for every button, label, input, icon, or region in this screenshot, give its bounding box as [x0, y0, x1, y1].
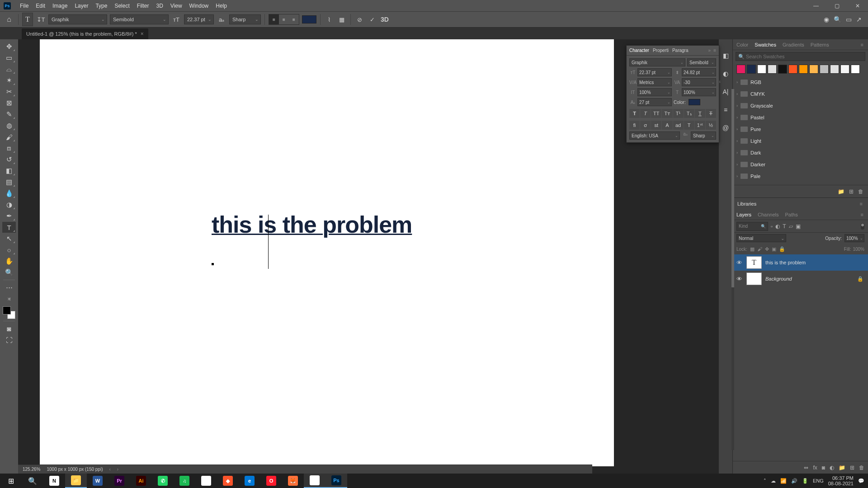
canvas-text-layer[interactable]: this is the problem	[212, 211, 412, 238]
filter-type-icon[interactable]: T	[783, 223, 786, 230]
stamp-tool[interactable]: ⧈	[2, 143, 16, 154]
layer-name[interactable]: Background	[765, 276, 792, 282]
color-panel-icon[interactable]: ◧	[723, 52, 729, 59]
discretionary-button[interactable]: st	[651, 121, 661, 130]
quick-select-tool[interactable]: ✶	[2, 75, 16, 86]
blend-mode-select[interactable]: Normal	[736, 234, 786, 242]
panel-menu-icon[interactable]: ≡	[713, 48, 716, 53]
paragraph-panel-icon[interactable]: ≡	[724, 106, 727, 113]
lock-position-icon[interactable]: ✥	[765, 246, 769, 252]
char-font-family[interactable]: Graphik	[629, 58, 685, 66]
home-button[interactable]: ⌂	[4, 14, 14, 25]
warp-text-button[interactable]: ⌇	[324, 14, 334, 24]
char-anti-alias[interactable]: Sharp	[691, 131, 716, 140]
character-panel-icon[interactable]: A|	[723, 88, 729, 95]
layer-name[interactable]: this is the problem	[765, 260, 806, 265]
share-icon[interactable]: ↗	[856, 16, 862, 23]
char-hscale[interactable]: 100%	[682, 88, 716, 96]
swatch-chip[interactable]	[840, 65, 849, 74]
character-panel[interactable]: Character Properti Paragra »≡ Graphik Se…	[626, 45, 719, 143]
quick-mask-button[interactable]: ◙	[2, 323, 16, 334]
hand-tool[interactable]: ✋	[2, 256, 16, 267]
move-tool[interactable]: ✥	[2, 41, 16, 52]
fill-field[interactable]: 100%	[853, 247, 864, 252]
font-size-select[interactable]: 22.37 pt	[184, 14, 214, 24]
swatch-chip[interactable]	[820, 65, 829, 74]
marquee-tool[interactable]: ▭	[2, 52, 16, 63]
status-next-icon[interactable]: ›	[117, 467, 118, 472]
active-tool-indicator[interactable]: T	[22, 13, 33, 26]
swatch-chip[interactable]	[747, 65, 756, 74]
window-close-button[interactable]: ✕	[847, 0, 868, 11]
layer-fx-icon[interactable]: fx	[813, 465, 817, 471]
path-select-tool[interactable]: ↖	[2, 233, 16, 244]
window-maximize-button[interactable]: ▢	[826, 0, 847, 11]
contextual-alt-button[interactable]: σ	[640, 121, 651, 130]
swatch-folder[interactable]: ›Pale	[733, 170, 868, 182]
tab-patterns[interactable]: Patterns	[811, 42, 829, 47]
ordinals-button[interactable]: 1ˢᵗ	[695, 121, 705, 130]
taskbar-app-firefox[interactable]: 🦊	[282, 474, 304, 488]
taskbar-app-illustrator[interactable]: Ai	[130, 474, 152, 488]
menu-layer[interactable]: Layer	[71, 3, 92, 9]
menu-3d[interactable]: 3D	[152, 3, 166, 9]
layer-filter-kind[interactable]: Kind	[736, 222, 768, 231]
taskbar-app-brave[interactable]: ◆	[217, 474, 239, 488]
align-right-button[interactable]: ≡	[289, 14, 299, 24]
tab-paragraph[interactable]: Paragra	[672, 48, 689, 53]
tab-color[interactable]: Color	[736, 42, 748, 47]
tab-properties[interactable]: Properti	[653, 48, 669, 53]
taskbar-app-photoshop[interactable]: Ps	[326, 474, 347, 488]
vertical-scrollbar[interactable]	[731, 89, 734, 450]
taskbar-app-opera[interactable]: O	[260, 474, 282, 488]
tray-chevron-up-icon[interactable]: ˄	[764, 478, 766, 484]
screen-mode-button[interactable]: ⛶	[2, 334, 16, 345]
faux-italic-button[interactable]: T	[640, 109, 651, 118]
brush-tool[interactable]: 🖌	[2, 131, 16, 142]
layers-panel-menu[interactable]: ≡	[861, 212, 864, 217]
char-font-style[interactable]: Semibold	[687, 58, 716, 66]
tab-gradients[interactable]: Gradients	[783, 42, 804, 47]
swatch-new-icon[interactable]: ⊞	[849, 188, 854, 195]
frame-tool[interactable]: ⊠	[2, 98, 16, 108]
swash-button[interactable]: A	[662, 121, 672, 130]
lock-image-icon[interactable]: 🖌	[757, 246, 762, 252]
char-tracking[interactable]: -30	[682, 78, 716, 86]
lasso-tool[interactable]: ⌓	[2, 64, 16, 75]
taskbar-app-edge[interactable]: e	[239, 474, 260, 488]
tab-character[interactable]: Character	[629, 48, 649, 53]
character-panel-toggle[interactable]: ▦	[337, 14, 347, 24]
eraser-tool[interactable]: ◧	[2, 165, 16, 176]
taskbar-app-spotify[interactable]: ♫	[174, 474, 195, 488]
gradient-tool[interactable]: ▤	[2, 177, 16, 188]
swatch-chip[interactable]	[809, 65, 818, 74]
small-caps-button[interactable]: Tᴛ	[662, 109, 672, 118]
blur-tool[interactable]: 💧	[2, 188, 16, 199]
opacity-field[interactable]: 100%	[844, 234, 864, 242]
filter-toggle[interactable]	[861, 223, 864, 230]
tab-swatches[interactable]: Swatches	[755, 42, 776, 47]
layer-group-icon[interactable]: 📁	[839, 465, 845, 471]
pen-tool[interactable]: ✒	[2, 211, 16, 221]
healing-tool[interactable]: ◍	[2, 120, 16, 131]
menu-select[interactable]: Select	[111, 3, 133, 9]
history-brush-tool[interactable]: ↺	[2, 154, 16, 165]
text-color-swatch[interactable]	[302, 15, 316, 23]
menu-window[interactable]: Window	[186, 3, 212, 9]
tray-battery-icon[interactable]: 🔋	[802, 478, 808, 484]
type-tool[interactable]: T	[2, 222, 16, 233]
superscript-button[interactable]: T¹	[673, 109, 684, 118]
search-icon[interactable]: 🔍	[834, 16, 841, 23]
faux-bold-button[interactable]: T	[629, 109, 640, 118]
libraries-panel-menu[interactable]: ≡	[860, 201, 863, 206]
filter-shape-icon[interactable]: ▱	[789, 223, 793, 230]
lock-artboard-icon[interactable]: ▣	[772, 246, 776, 252]
fractions-button[interactable]: ½	[706, 121, 716, 130]
menu-edit[interactable]: Edit	[32, 3, 49, 9]
char-font-size[interactable]: 22.37 pt	[637, 68, 672, 76]
filter-adjust-icon[interactable]: ◐	[775, 223, 780, 230]
swatches-search-input[interactable]	[736, 52, 865, 61]
swatch-folder-add-icon[interactable]: 📁	[838, 188, 844, 195]
delete-layer-icon[interactable]: 🗑	[859, 465, 864, 471]
swatch-chip[interactable]	[736, 65, 745, 74]
